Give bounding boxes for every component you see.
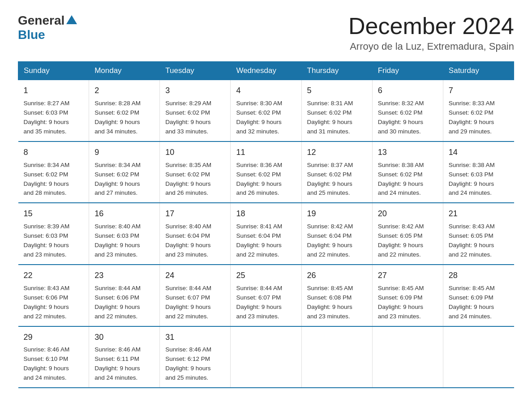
month-title: December 2024: [348, 13, 514, 39]
day-info: Sunrise: 8:31 AM Sunset: 6:02 PM Dayligh…: [307, 99, 367, 137]
calendar-cell: [443, 326, 514, 388]
page-header: General Blue December 2024 Arroyo de la …: [18, 13, 514, 52]
weekday-header-thursday: Thursday: [301, 62, 372, 80]
day-number: 12: [307, 146, 367, 159]
day-info: Sunrise: 8:40 AM Sunset: 6:04 PM Dayligh…: [165, 222, 225, 260]
logo-blue-text: Blue: [18, 28, 45, 42]
day-info: Sunrise: 8:44 AM Sunset: 6:06 PM Dayligh…: [94, 284, 154, 321]
calendar-cell: 20Sunrise: 8:42 AM Sunset: 6:05 PM Dayli…: [372, 203, 443, 265]
day-number: 27: [378, 270, 438, 282]
calendar-cell: 6Sunrise: 8:32 AM Sunset: 6:02 PM Daylig…: [372, 80, 443, 141]
weekday-header-tuesday: Tuesday: [160, 62, 231, 80]
weekday-header-wednesday: Wednesday: [231, 62, 301, 80]
calendar-cell: 9Sunrise: 8:34 AM Sunset: 6:02 PM Daylig…: [89, 141, 160, 203]
weekday-header-saturday: Saturday: [443, 62, 514, 80]
day-info: Sunrise: 8:42 AM Sunset: 6:05 PM Dayligh…: [378, 222, 438, 260]
calendar-cell: 18Sunrise: 8:41 AM Sunset: 6:04 PM Dayli…: [231, 203, 301, 265]
calendar-cell: 22Sunrise: 8:43 AM Sunset: 6:06 PM Dayli…: [18, 265, 89, 326]
calendar-cell: 25Sunrise: 8:44 AM Sunset: 6:07 PM Dayli…: [231, 265, 301, 326]
calendar-header-row: SundayMondayTuesdayWednesdayThursdayFrid…: [18, 62, 514, 80]
calendar-cell: 7Sunrise: 8:33 AM Sunset: 6:02 PM Daylig…: [443, 80, 514, 141]
day-number: 8: [24, 146, 84, 159]
calendar-cell: [231, 326, 301, 388]
calendar-week-row: 15Sunrise: 8:39 AM Sunset: 6:03 PM Dayli…: [18, 203, 514, 265]
day-info: Sunrise: 8:28 AM Sunset: 6:02 PM Dayligh…: [94, 99, 154, 137]
day-number: 21: [449, 208, 509, 220]
day-number: 3: [165, 85, 225, 97]
calendar-cell: 16Sunrise: 8:40 AM Sunset: 6:03 PM Dayli…: [89, 203, 160, 265]
day-number: 4: [236, 85, 296, 97]
day-info: Sunrise: 8:37 AM Sunset: 6:02 PM Dayligh…: [307, 161, 367, 198]
logo-triangle-icon: [66, 15, 77, 24]
calendar-cell: 31Sunrise: 8:46 AM Sunset: 6:12 PM Dayli…: [160, 326, 231, 388]
day-info: Sunrise: 8:40 AM Sunset: 6:03 PM Dayligh…: [94, 222, 154, 260]
calendar-cell: 30Sunrise: 8:46 AM Sunset: 6:11 PM Dayli…: [89, 326, 160, 388]
day-number: 18: [236, 208, 296, 220]
day-info: Sunrise: 8:34 AM Sunset: 6:02 PM Dayligh…: [24, 161, 84, 198]
day-number: 31: [165, 331, 225, 344]
calendar-cell: 5Sunrise: 8:31 AM Sunset: 6:02 PM Daylig…: [301, 80, 372, 141]
day-info: Sunrise: 8:32 AM Sunset: 6:02 PM Dayligh…: [378, 99, 438, 137]
logo-general-text: General: [18, 13, 64, 28]
calendar-cell: 21Sunrise: 8:43 AM Sunset: 6:05 PM Dayli…: [443, 203, 514, 265]
calendar-cell: 13Sunrise: 8:38 AM Sunset: 6:02 PM Dayli…: [372, 141, 443, 203]
day-number: 29: [24, 331, 84, 344]
calendar-cell: 4Sunrise: 8:30 AM Sunset: 6:02 PM Daylig…: [231, 80, 301, 141]
calendar-cell: 27Sunrise: 8:45 AM Sunset: 6:09 PM Dayli…: [372, 265, 443, 326]
day-info: Sunrise: 8:33 AM Sunset: 6:02 PM Dayligh…: [449, 99, 509, 137]
weekday-header-monday: Monday: [89, 62, 160, 80]
day-info: Sunrise: 8:30 AM Sunset: 6:02 PM Dayligh…: [236, 99, 296, 137]
calendar-cell: 26Sunrise: 8:45 AM Sunset: 6:08 PM Dayli…: [301, 265, 372, 326]
calendar-cell: 8Sunrise: 8:34 AM Sunset: 6:02 PM Daylig…: [18, 141, 89, 203]
calendar-week-row: 22Sunrise: 8:43 AM Sunset: 6:06 PM Dayli…: [18, 265, 514, 326]
day-number: 13: [378, 146, 438, 159]
day-number: 23: [94, 270, 154, 282]
calendar-week-row: 8Sunrise: 8:34 AM Sunset: 6:02 PM Daylig…: [18, 141, 514, 203]
day-number: 20: [378, 208, 438, 220]
calendar-cell: 23Sunrise: 8:44 AM Sunset: 6:06 PM Dayli…: [89, 265, 160, 326]
day-number: 26: [307, 270, 367, 282]
day-info: Sunrise: 8:46 AM Sunset: 6:10 PM Dayligh…: [24, 345, 84, 383]
day-number: 2: [94, 85, 154, 97]
day-info: Sunrise: 8:41 AM Sunset: 6:04 PM Dayligh…: [236, 222, 296, 260]
calendar-cell: 2Sunrise: 8:28 AM Sunset: 6:02 PM Daylig…: [89, 80, 160, 141]
logo: General Blue: [18, 13, 77, 42]
day-number: 28: [449, 270, 509, 282]
calendar-cell: 28Sunrise: 8:45 AM Sunset: 6:09 PM Dayli…: [443, 265, 514, 326]
day-info: Sunrise: 8:39 AM Sunset: 6:03 PM Dayligh…: [24, 222, 84, 260]
calendar-cell: 3Sunrise: 8:29 AM Sunset: 6:02 PM Daylig…: [160, 80, 231, 141]
day-info: Sunrise: 8:43 AM Sunset: 6:06 PM Dayligh…: [24, 284, 84, 321]
calendar-table: SundayMondayTuesdayWednesdayThursdayFrid…: [18, 61, 514, 388]
calendar-cell: 14Sunrise: 8:38 AM Sunset: 6:03 PM Dayli…: [443, 141, 514, 203]
calendar-cell: 11Sunrise: 8:36 AM Sunset: 6:02 PM Dayli…: [231, 141, 301, 203]
day-number: 17: [165, 208, 225, 220]
day-number: 25: [236, 270, 296, 282]
calendar-week-row: 29Sunrise: 8:46 AM Sunset: 6:10 PM Dayli…: [18, 326, 514, 388]
day-info: Sunrise: 8:45 AM Sunset: 6:09 PM Dayligh…: [378, 284, 438, 321]
day-number: 30: [94, 331, 154, 344]
calendar-cell: 24Sunrise: 8:44 AM Sunset: 6:07 PM Dayli…: [160, 265, 231, 326]
calendar-cell: 1Sunrise: 8:27 AM Sunset: 6:03 PM Daylig…: [18, 80, 89, 141]
day-info: Sunrise: 8:44 AM Sunset: 6:07 PM Dayligh…: [236, 284, 296, 321]
day-info: Sunrise: 8:29 AM Sunset: 6:02 PM Dayligh…: [165, 99, 225, 137]
day-number: 22: [24, 270, 84, 282]
day-info: Sunrise: 8:46 AM Sunset: 6:12 PM Dayligh…: [165, 345, 225, 383]
day-number: 7: [449, 85, 509, 97]
calendar-cell: 29Sunrise: 8:46 AM Sunset: 6:10 PM Dayli…: [18, 326, 89, 388]
calendar-cell: 10Sunrise: 8:35 AM Sunset: 6:02 PM Dayli…: [160, 141, 231, 203]
calendar-cell: [301, 326, 372, 388]
day-number: 9: [94, 146, 154, 159]
calendar-cell: 15Sunrise: 8:39 AM Sunset: 6:03 PM Dayli…: [18, 203, 89, 265]
title-section: December 2024 Arroyo de la Luz, Extremad…: [348, 13, 514, 52]
day-number: 1: [24, 85, 84, 97]
day-number: 5: [307, 85, 367, 97]
calendar-cell: 19Sunrise: 8:42 AM Sunset: 6:04 PM Dayli…: [301, 203, 372, 265]
day-info: Sunrise: 8:34 AM Sunset: 6:02 PM Dayligh…: [94, 161, 154, 198]
day-info: Sunrise: 8:44 AM Sunset: 6:07 PM Dayligh…: [165, 284, 225, 321]
day-number: 10: [165, 146, 225, 159]
day-info: Sunrise: 8:42 AM Sunset: 6:04 PM Dayligh…: [307, 222, 367, 260]
day-number: 24: [165, 270, 225, 282]
weekday-header-friday: Friday: [372, 62, 443, 80]
day-info: Sunrise: 8:45 AM Sunset: 6:09 PM Dayligh…: [449, 284, 509, 321]
day-info: Sunrise: 8:27 AM Sunset: 6:03 PM Dayligh…: [24, 99, 84, 137]
